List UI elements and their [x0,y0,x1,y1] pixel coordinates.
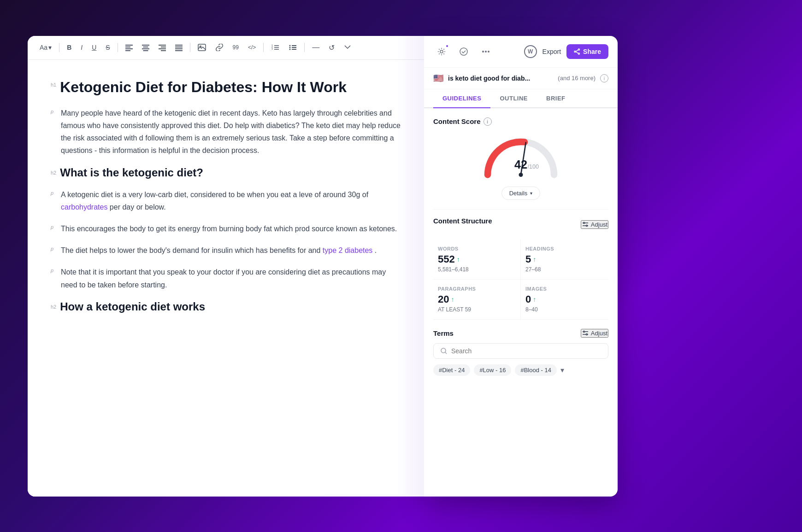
terms-adjust-icon [582,330,589,336]
search-input[interactable] [451,347,602,355]
details-button[interactable]: Details ▾ [501,187,541,200]
terms-section: Terms Adjust [433,329,608,376]
divider-1 [433,209,608,210]
tag-diet[interactable]: #Diet - 24 [433,364,470,376]
svg-point-24 [289,45,291,47]
h2-text-2[interactable]: How a ketogenic diet works [60,300,401,313]
unordered-list-button[interactable] [286,42,300,53]
svg-rect-13 [175,47,183,47]
p-text-1[interactable]: Many people have heard of the ketogenic … [61,107,401,157]
info-icon[interactable]: i [600,74,608,82]
toolbar-divider-2 [118,43,118,52]
p-text-2[interactable]: A ketogenic diet is a very low-carb diet… [61,188,401,213]
align-right-button[interactable] [156,42,169,53]
svg-point-47 [586,225,587,227]
editor-content[interactable]: h1 Ketogenic Diet for Diabetes: How It W… [28,60,424,497]
svg-line-39 [576,52,578,53]
svg-rect-11 [161,50,166,51]
svg-point-50 [583,331,584,333]
export-button[interactable]: Export [543,48,561,55]
toolbar-divider-5 [304,43,305,52]
p-label-2: p [51,190,56,196]
ordered-list-button[interactable]: 123 [268,42,282,53]
quote-button[interactable]: 99 [230,42,242,53]
h2-label-1: h2 [51,170,56,175]
content-score-info-icon[interactable]: i [484,117,492,126]
terms-header: Terms Adjust [433,329,608,338]
svg-rect-29 [292,49,296,50]
notification-dot [445,44,449,48]
toolbar-divider-1 [59,43,59,52]
svg-point-51 [586,334,587,335]
sidebar-content: Content Score i 42 /100 [424,108,618,497]
strikethrough-button[interactable]: S [103,42,112,53]
adjust-button[interactable]: Adjust [581,220,608,229]
header-icons [433,43,494,60]
tag-blood[interactable]: #Blood - 14 [515,364,557,376]
italic-button[interactable]: I [78,42,85,53]
svg-rect-0 [125,45,133,46]
p-label-4: p [51,246,56,251]
code-button[interactable]: </> [245,42,259,53]
bold-button[interactable]: B [64,42,74,53]
svg-rect-1 [125,47,130,47]
settings-button[interactable] [433,43,450,60]
h2-text-1[interactable]: What is the ketogenic diet? [60,166,401,179]
type2-diabetes-link[interactable]: type 2 diabetes [323,246,373,254]
more-keywords[interactable]: (and 16 more) [558,75,596,82]
carbohydrates-link[interactable]: carbohydrates [61,203,107,211]
gauge-svg: 42 /100 [479,133,562,179]
h1-text[interactable]: Ketogenic Diet for Diabetes: How It Work [60,78,401,96]
content-structure-header: Content Structure Adjust [433,217,608,232]
search-box[interactable] [433,343,608,359]
paragraph-block-4: p The diet helps to lower the body's dem… [51,244,401,257]
metric-paragraphs-label: PARAGRAPHS [438,286,516,292]
tabs: GUIDELINES OUTLINE BRIEF [424,89,618,108]
tags-row: #Diet - 24 #Low - 16 #Blood - 14 ▾ [433,364,608,376]
tab-outline[interactable]: OUTLINE [490,89,537,108]
align-justify-button[interactable] [172,42,185,53]
more-button[interactable] [341,42,354,53]
p-label-1: p [51,109,56,114]
p-text-3[interactable]: This encourages the body to get its ener… [61,222,401,235]
link-button[interactable] [212,42,226,53]
p-text-4[interactable]: The diet helps to lower the body's deman… [61,244,401,257]
align-left-button[interactable] [123,42,136,53]
metrics-grid: WORDS 552 ↑ 5,581–6,418 HEADINGS 5 ↑ 27–… [433,240,608,320]
tag-low[interactable]: #Low - 16 [474,364,511,376]
undo-button[interactable]: ↺ [326,41,337,54]
paragraphs-up-arrow: ↑ [451,296,454,303]
svg-point-30 [440,50,443,53]
svg-rect-7 [143,50,148,51]
align-center-button[interactable] [139,42,152,53]
sidebar-header: W Export Share [424,36,618,68]
paragraph-block-3: p This encourages the body to get its en… [51,222,401,235]
editor-panel: Aa ▾ B I U S [28,36,424,497]
underline-button[interactable]: U [89,42,99,53]
gauge-container: 42 /100 [433,133,608,179]
toolbar: Aa ▾ B I U S [28,36,424,60]
image-button[interactable] [195,42,209,53]
wordpress-logo: W [524,45,537,58]
svg-rect-14 [175,48,183,49]
divider-button[interactable]: — [309,41,322,53]
terms-title: Terms [433,329,454,337]
tags-expand-icon[interactable]: ▾ [560,366,564,374]
terms-adjust-button[interactable]: Adjust [581,329,608,338]
tab-guidelines[interactable]: GUIDELINES [433,89,490,108]
svg-rect-9 [161,47,166,47]
share-button[interactable]: Share [566,44,608,59]
metric-words: WORDS 552 ↑ 5,581–6,418 [433,240,521,280]
tab-brief[interactable]: BRIEF [537,89,575,108]
svg-point-32 [482,51,484,53]
svg-text:3: 3 [271,47,273,50]
toolbar-divider-4 [263,43,264,52]
p-text-5[interactable]: Note that it is important that you speak… [61,266,401,291]
check-button[interactable] [455,43,472,60]
svg-point-36 [578,53,580,54]
metric-headings-range: 27–68 [525,266,604,273]
share-icon [574,48,580,55]
more-options-button[interactable] [478,43,494,60]
svg-line-38 [576,50,578,52]
font-selector[interactable]: Aa ▾ [37,42,54,53]
